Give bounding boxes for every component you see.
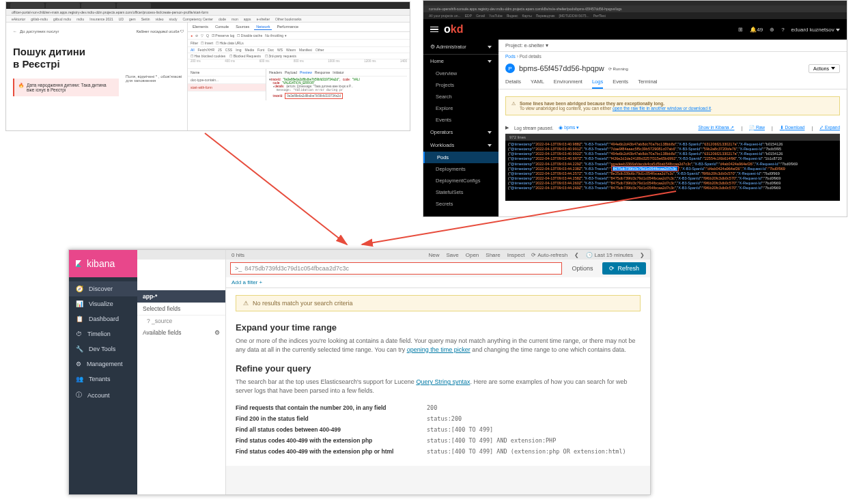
tab-network[interactable]: Network bbox=[254, 24, 272, 30]
sidebar-item-secrets[interactable]: Secrets bbox=[423, 198, 498, 210]
timerange[interactable]: 🕒 Last 15 minutes bbox=[586, 252, 633, 258]
options-button[interactable]: Options bbox=[566, 262, 598, 275]
request-list[interactable]: Name doc-type-contain... start-with-form bbox=[188, 69, 266, 100]
list-item[interactable]: gitlab-mdtu bbox=[31, 17, 48, 21]
sidebar-item-deployments[interactable]: Deployments bbox=[423, 163, 498, 175]
tab-wasm[interactable]: Wasm bbox=[286, 48, 296, 52]
devtools-tabs[interactable]: ElementsConsoleSourcesNetworkPerformance bbox=[188, 23, 410, 32]
add-filter[interactable]: Add a filter + bbox=[226, 277, 650, 288]
nav-dashboard[interactable]: 📋Dashboard bbox=[69, 311, 137, 326]
list-item[interactable]: dode bbox=[219, 17, 226, 21]
sidebar-item-overview[interactable]: Overview bbox=[423, 68, 498, 79]
request-detail-tabs[interactable]: HeadersPayloadPreviewResponseInitiator bbox=[269, 70, 407, 76]
tab-response[interactable]: Response bbox=[315, 70, 331, 74]
play-icon[interactable]: ▶ bbox=[505, 125, 509, 130]
list-item[interactable]: gitbud mdtu bbox=[53, 17, 71, 21]
menu-share[interactable]: Share bbox=[486, 252, 500, 258]
list-item[interactable]: UD bbox=[119, 17, 124, 21]
list-item[interactable]: study bbox=[169, 17, 178, 21]
index-pattern[interactable]: app-* bbox=[137, 290, 225, 303]
user-menu[interactable]: eduard kuznetsov bbox=[791, 27, 840, 33]
nav-account[interactable]: ⓘAccount bbox=[69, 387, 137, 404]
list-item[interactable]: apps bbox=[244, 17, 251, 21]
list-item[interactable]: All your projects on... bbox=[429, 14, 461, 18]
tab-details[interactable]: Details bbox=[505, 76, 521, 89]
raw-link[interactable]: 📄 Raw bbox=[749, 125, 765, 130]
list-item[interactable]: e-shelter bbox=[257, 17, 270, 21]
admin-switcher[interactable]: ⚙ Administrator bbox=[423, 40, 498, 55]
sidebar-item-pods[interactable]: Pods bbox=[423, 152, 498, 163]
sidebar-item-statefulsets[interactable]: StatefulSets bbox=[423, 186, 498, 198]
list-item[interactable]: 400 ms bbox=[225, 59, 235, 68]
container-select[interactable]: ◉ bpms ▾ bbox=[559, 125, 579, 130]
list-item[interactable]: Переводчик bbox=[536, 14, 555, 18]
tab-doc[interactable]: Doc bbox=[268, 48, 274, 52]
tab-headers[interactable]: Headers bbox=[269, 70, 282, 74]
next-button[interactable]: ❯ bbox=[640, 252, 645, 258]
sidebar-section[interactable]: Home bbox=[423, 55, 498, 68]
tab-environment[interactable]: Environment bbox=[554, 76, 582, 89]
sidebar-item-events[interactable]: Events bbox=[423, 114, 498, 126]
tab-sources[interactable]: Sources bbox=[234, 24, 251, 30]
list-item[interactable]: Insurance 2021 bbox=[89, 17, 113, 21]
list-item[interactable]: 1000 ms bbox=[328, 59, 339, 68]
request-item[interactable]: doc-type-contain... bbox=[188, 76, 266, 84]
list-item[interactable]: Яндекс bbox=[507, 14, 518, 18]
list-item[interactable]: 800 ms bbox=[294, 59, 304, 68]
sidebar-item-explore[interactable]: Explore bbox=[423, 102, 498, 114]
nav-discover[interactable]: 🧭Discover bbox=[69, 281, 137, 296]
menu-autorefresh[interactable]: ⟳ Auto-refresh bbox=[531, 252, 567, 258]
back-link[interactable]: ← До доступних послуг bbox=[13, 29, 119, 33]
tab-payload[interactable]: Payload bbox=[285, 70, 297, 74]
tab-yaml[interactable]: YAML bbox=[531, 76, 544, 89]
tab-terminal[interactable]: Terminal bbox=[638, 76, 657, 89]
list-item[interactable]: 200 ms bbox=[191, 59, 201, 68]
list-item[interactable]: 1200 ms bbox=[364, 59, 376, 68]
available-fields-header[interactable]: Available fields⚙ bbox=[137, 326, 225, 339]
tab-preview[interactable]: Preview bbox=[300, 70, 312, 74]
pod-tabs[interactable]: DetailsYAMLEnvironmentLogsEventsTerminal bbox=[498, 76, 847, 89]
breadcrumb[interactable]: Pods › Pod details bbox=[498, 52, 847, 61]
search-input[interactable]: >_ 8475db739fd3c79d1c054fbcaa2d7c3c bbox=[230, 262, 562, 275]
list-item[interactable]: mdtu bbox=[76, 17, 84, 21]
field-source[interactable]: ? _source bbox=[137, 316, 225, 326]
list-item[interactable]: Competency Center bbox=[182, 17, 212, 21]
list-item[interactable]: gem bbox=[129, 17, 136, 21]
list-item[interactable]: eAktortor bbox=[12, 17, 25, 21]
devtools-type-filter[interactable]: AllFetch/XHRJSCSSImgMediaFontDocWSWasmMa… bbox=[188, 47, 410, 53]
tab-all[interactable]: All bbox=[191, 48, 195, 52]
expand-link[interactable]: ⤢ Expand bbox=[819, 125, 840, 130]
raw-file-link[interactable]: open the raw file in another window or d… bbox=[613, 106, 711, 111]
list-item[interactable]: mon bbox=[231, 17, 238, 21]
nav-management[interactable]: ⚙Management bbox=[69, 356, 137, 372]
sidebar-item-deploymentconfigs[interactable]: DeploymentConfigs bbox=[423, 175, 498, 186]
tab-console[interactable]: Console bbox=[213, 24, 231, 30]
tab-js[interactable]: JS bbox=[218, 48, 222, 52]
tab-elements[interactable]: Elements bbox=[191, 24, 210, 30]
tab-media[interactable]: Media bbox=[244, 48, 254, 52]
query-syntax-link[interactable]: Query String syntax bbox=[416, 378, 470, 385]
tab-logs[interactable]: Logs bbox=[592, 76, 603, 89]
sidebar-section[interactable]: Operators bbox=[423, 126, 498, 139]
grid-icon[interactable]: ⊞ bbox=[738, 27, 743, 33]
plus-icon[interactable]: ⊕ bbox=[770, 27, 774, 33]
refresh-button[interactable]: ⟳ Refresh bbox=[602, 262, 646, 275]
tab-performance[interactable]: Performance bbox=[275, 24, 300, 30]
gear-icon[interactable]: ⚙ bbox=[214, 329, 220, 336]
tab-initiator[interactable]: Initiator bbox=[333, 70, 343, 74]
list-item[interactable]: 1400 bbox=[400, 59, 407, 68]
sidebar-item-projects[interactable]: Projects bbox=[423, 79, 498, 91]
nav-devtools[interactable]: 🔧Dev Tools bbox=[69, 341, 137, 356]
tab-other[interactable]: Other bbox=[315, 48, 324, 52]
list-item[interactable]: Settin bbox=[141, 17, 150, 21]
help-icon[interactable]: ? bbox=[781, 27, 784, 33]
sidebar-item-search[interactable]: Search bbox=[423, 91, 498, 102]
list-item[interactable]: EDP bbox=[465, 14, 472, 18]
request-item-selected[interactable]: start-with-form bbox=[188, 84, 266, 92]
actions-button[interactable]: Actions bbox=[809, 64, 840, 73]
url-bar[interactable]: console-openshift-console.apps.registry-… bbox=[423, 5, 847, 12]
project-selector[interactable]: Project: e-shelter ▾ bbox=[498, 40, 847, 52]
nav-tenants[interactable]: 👥Tenants bbox=[69, 372, 137, 387]
menu-open[interactable]: Open bbox=[466, 252, 479, 258]
list-item[interactable]: [MDTUDDM-5675... bbox=[559, 14, 589, 18]
